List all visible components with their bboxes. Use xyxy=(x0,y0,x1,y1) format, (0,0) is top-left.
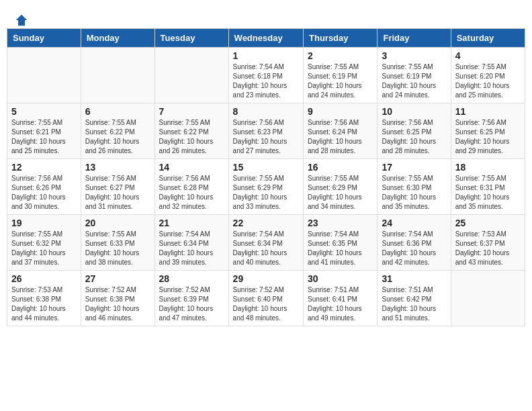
logo-icon xyxy=(15,13,28,27)
day-info: Sunrise: 7:54 AM Sunset: 6:36 PM Dayligh… xyxy=(382,230,446,267)
day-info: Sunrise: 7:52 AM Sunset: 6:39 PM Dayligh… xyxy=(159,285,224,323)
calendar-cell: 7Sunrise: 7:55 AM Sunset: 6:22 PM Daylig… xyxy=(154,103,228,159)
calendar-cell: 11Sunrise: 7:56 AM Sunset: 6:25 PM Dayli… xyxy=(451,103,525,159)
calendar-cell: 22Sunrise: 7:54 AM Sunset: 6:34 PM Dayli… xyxy=(228,215,303,271)
calendar-cell: 20Sunrise: 7:55 AM Sunset: 6:33 PM Dayli… xyxy=(81,215,154,271)
calendar-cell xyxy=(451,271,525,326)
day-number: 27 xyxy=(85,273,150,284)
calendar-cell: 1Sunrise: 7:54 AM Sunset: 6:18 PM Daylig… xyxy=(228,48,303,103)
day-number: 1 xyxy=(233,50,299,61)
day-info: Sunrise: 7:56 AM Sunset: 6:28 PM Dayligh… xyxy=(159,174,224,212)
day-info: Sunrise: 7:56 AM Sunset: 6:24 PM Dayligh… xyxy=(308,118,373,156)
page-header xyxy=(7,7,525,25)
calendar-cell: 18Sunrise: 7:55 AM Sunset: 6:31 PM Dayli… xyxy=(451,159,525,215)
weekday-header: Monday xyxy=(81,29,154,48)
day-number: 28 xyxy=(159,273,224,284)
calendar-table: SundayMondayTuesdayWednesdayThursdayFrid… xyxy=(7,28,525,326)
day-info: Sunrise: 7:56 AM Sunset: 6:23 PM Dayligh… xyxy=(233,118,299,156)
day-info: Sunrise: 7:52 AM Sunset: 6:40 PM Dayligh… xyxy=(233,285,299,323)
calendar-week-row: 26Sunrise: 7:53 AM Sunset: 6:38 PM Dayli… xyxy=(7,271,525,326)
weekday-header: Wednesday xyxy=(228,29,303,48)
day-info: Sunrise: 7:54 AM Sunset: 6:18 PM Dayligh… xyxy=(233,62,299,100)
day-number: 17 xyxy=(382,162,446,173)
day-number: 10 xyxy=(382,106,446,117)
day-number: 23 xyxy=(308,218,373,228)
day-info: Sunrise: 7:56 AM Sunset: 6:25 PM Dayligh… xyxy=(455,118,521,156)
day-info: Sunrise: 7:55 AM Sunset: 6:21 PM Dayligh… xyxy=(11,118,77,156)
day-number: 4 xyxy=(455,50,521,61)
day-number: 24 xyxy=(382,218,446,228)
day-info: Sunrise: 7:55 AM Sunset: 6:19 PM Dayligh… xyxy=(382,62,446,100)
calendar-cell: 15Sunrise: 7:55 AM Sunset: 6:29 PM Dayli… xyxy=(228,159,303,215)
day-number: 13 xyxy=(85,162,150,173)
day-number: 31 xyxy=(382,273,446,284)
weekday-header: Friday xyxy=(378,29,451,48)
calendar-cell: 23Sunrise: 7:54 AM Sunset: 6:35 PM Dayli… xyxy=(304,215,378,271)
weekday-header: Tuesday xyxy=(154,29,228,48)
calendar-cell: 25Sunrise: 7:53 AM Sunset: 6:37 PM Dayli… xyxy=(451,215,525,271)
day-info: Sunrise: 7:55 AM Sunset: 6:22 PM Dayligh… xyxy=(85,118,150,156)
calendar-cell: 6Sunrise: 7:55 AM Sunset: 6:22 PM Daylig… xyxy=(81,103,154,159)
weekday-header-row: SundayMondayTuesdayWednesdayThursdayFrid… xyxy=(7,29,525,48)
calendar-cell: 16Sunrise: 7:55 AM Sunset: 6:29 PM Dayli… xyxy=(304,159,378,215)
calendar-cell xyxy=(81,48,154,103)
calendar-cell xyxy=(154,48,228,103)
day-info: Sunrise: 7:55 AM Sunset: 6:29 PM Dayligh… xyxy=(233,174,299,212)
day-number: 25 xyxy=(455,218,521,228)
day-info: Sunrise: 7:55 AM Sunset: 6:20 PM Dayligh… xyxy=(455,62,521,100)
weekday-header: Thursday xyxy=(304,29,378,48)
day-number: 20 xyxy=(85,218,150,228)
day-number: 8 xyxy=(233,106,299,117)
calendar-cell: 9Sunrise: 7:56 AM Sunset: 6:24 PM Daylig… xyxy=(304,103,378,159)
day-number: 11 xyxy=(455,106,521,117)
day-number: 29 xyxy=(233,273,299,284)
day-info: Sunrise: 7:55 AM Sunset: 6:33 PM Dayligh… xyxy=(85,230,150,267)
calendar-cell: 27Sunrise: 7:52 AM Sunset: 6:38 PM Dayli… xyxy=(81,271,154,326)
calendar-cell: 13Sunrise: 7:56 AM Sunset: 6:27 PM Dayli… xyxy=(81,159,154,215)
day-info: Sunrise: 7:55 AM Sunset: 6:19 PM Dayligh… xyxy=(308,62,373,100)
day-number: 21 xyxy=(159,218,224,228)
day-number: 2 xyxy=(308,50,373,61)
calendar-cell: 19Sunrise: 7:55 AM Sunset: 6:32 PM Dayli… xyxy=(7,215,81,271)
logo xyxy=(13,13,28,21)
calendar-week-row: 5Sunrise: 7:55 AM Sunset: 6:21 PM Daylig… xyxy=(7,103,525,159)
calendar-cell: 14Sunrise: 7:56 AM Sunset: 6:28 PM Dayli… xyxy=(154,159,228,215)
calendar-cell: 21Sunrise: 7:54 AM Sunset: 6:34 PM Dayli… xyxy=(154,215,228,271)
calendar-cell: 8Sunrise: 7:56 AM Sunset: 6:23 PM Daylig… xyxy=(228,103,303,159)
calendar-cell: 2Sunrise: 7:55 AM Sunset: 6:19 PM Daylig… xyxy=(304,48,378,103)
calendar-cell: 26Sunrise: 7:53 AM Sunset: 6:38 PM Dayli… xyxy=(7,271,81,326)
calendar-week-row: 19Sunrise: 7:55 AM Sunset: 6:32 PM Dayli… xyxy=(7,215,525,271)
day-info: Sunrise: 7:54 AM Sunset: 6:35 PM Dayligh… xyxy=(308,230,373,267)
calendar-cell xyxy=(7,48,81,103)
day-number: 18 xyxy=(455,162,521,173)
day-info: Sunrise: 7:55 AM Sunset: 6:32 PM Dayligh… xyxy=(11,230,77,267)
day-number: 19 xyxy=(11,218,77,228)
day-info: Sunrise: 7:52 AM Sunset: 6:38 PM Dayligh… xyxy=(85,285,150,323)
day-number: 26 xyxy=(11,273,77,284)
day-number: 7 xyxy=(159,106,224,117)
calendar-cell: 3Sunrise: 7:55 AM Sunset: 6:19 PM Daylig… xyxy=(378,48,451,103)
day-info: Sunrise: 7:56 AM Sunset: 6:27 PM Dayligh… xyxy=(85,174,150,212)
day-number: 16 xyxy=(308,162,373,173)
calendar-cell: 5Sunrise: 7:55 AM Sunset: 6:21 PM Daylig… xyxy=(7,103,81,159)
day-info: Sunrise: 7:55 AM Sunset: 6:29 PM Dayligh… xyxy=(308,174,373,212)
day-info: Sunrise: 7:51 AM Sunset: 6:41 PM Dayligh… xyxy=(308,285,373,323)
day-info: Sunrise: 7:53 AM Sunset: 6:38 PM Dayligh… xyxy=(11,285,77,323)
weekday-header: Sunday xyxy=(7,29,81,48)
calendar-cell: 30Sunrise: 7:51 AM Sunset: 6:41 PM Dayli… xyxy=(304,271,378,326)
day-number: 6 xyxy=(85,106,150,117)
day-info: Sunrise: 7:56 AM Sunset: 6:25 PM Dayligh… xyxy=(382,118,446,156)
day-info: Sunrise: 7:55 AM Sunset: 6:31 PM Dayligh… xyxy=(455,174,521,212)
day-info: Sunrise: 7:55 AM Sunset: 6:30 PM Dayligh… xyxy=(382,174,446,212)
day-number: 15 xyxy=(233,162,299,173)
weekday-header: Saturday xyxy=(451,29,525,48)
calendar-week-row: 1Sunrise: 7:54 AM Sunset: 6:18 PM Daylig… xyxy=(7,48,525,103)
day-number: 5 xyxy=(11,106,77,117)
calendar-cell: 24Sunrise: 7:54 AM Sunset: 6:36 PM Dayli… xyxy=(378,215,451,271)
calendar-cell: 4Sunrise: 7:55 AM Sunset: 6:20 PM Daylig… xyxy=(451,48,525,103)
day-info: Sunrise: 7:54 AM Sunset: 6:34 PM Dayligh… xyxy=(159,230,224,267)
calendar-week-row: 12Sunrise: 7:56 AM Sunset: 6:26 PM Dayli… xyxy=(7,159,525,215)
day-number: 14 xyxy=(159,162,224,173)
day-number: 3 xyxy=(382,50,446,61)
day-number: 9 xyxy=(308,106,373,117)
